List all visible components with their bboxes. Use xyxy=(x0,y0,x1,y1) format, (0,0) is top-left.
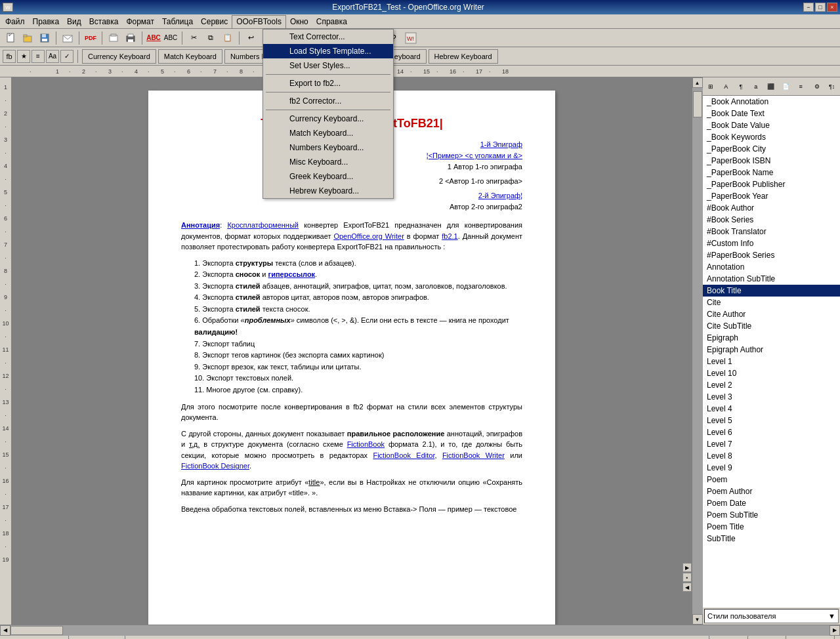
style-item[interactable]: _Book Date Value xyxy=(703,119,840,131)
style-item[interactable]: Epigraph Author xyxy=(703,344,840,356)
style-item[interactable]: Level 7 xyxy=(703,438,840,450)
style-item[interactable]: Poem xyxy=(703,474,840,485)
style-item[interactable]: Poem Date xyxy=(703,497,840,509)
style-item[interactable]: _PaperBook Publisher xyxy=(703,178,840,190)
style-item[interactable]: #PaperBook Series xyxy=(703,249,840,261)
styles-tb-format[interactable]: ¶↕ xyxy=(825,79,839,94)
styles-tb-settings[interactable]: ⚙ xyxy=(810,79,824,94)
style-item[interactable]: Level 8 xyxy=(703,450,840,462)
print-button[interactable] xyxy=(123,31,138,45)
menu-hebrew-keyboard[interactable]: Hebrew Keyboard... xyxy=(263,184,393,198)
style-item[interactable]: _Book Date Text xyxy=(703,108,840,119)
cut-button[interactable]: ✂ xyxy=(186,31,201,45)
style-item[interactable]: Poem Title xyxy=(703,521,840,533)
menu-numbers-keyboard[interactable]: Numbers Keyboard... xyxy=(263,140,393,155)
menu-ooofbtools[interactable]: OOoFBTools xyxy=(232,15,286,28)
style-item[interactable]: Cite SubTitle xyxy=(703,320,840,332)
style-item[interactable]: Epigraph xyxy=(703,332,840,344)
open-button[interactable] xyxy=(20,31,35,45)
styles-tb-btn7[interactable]: ≡ xyxy=(794,79,808,94)
undo-button[interactable]: ↩ xyxy=(243,31,259,45)
menu-match-keyboard[interactable]: Match Keyboard... xyxy=(263,126,393,140)
autocorrect-button[interactable]: ABC xyxy=(163,31,178,45)
writer-ext-button[interactable]: W! xyxy=(403,31,419,45)
match-keyboard-button[interactable]: Match Keyboard xyxy=(158,49,222,64)
style-item[interactable]: _PaperBook Year xyxy=(703,190,840,202)
styles-tb-btn4[interactable]: a xyxy=(749,79,763,94)
menu-export-fb2[interactable]: Export to fb2... xyxy=(263,76,393,91)
style-item[interactable]: Book Title xyxy=(703,285,840,297)
scroll-track[interactable] xyxy=(692,88,703,614)
scroll-down-button[interactable]: ▼ xyxy=(692,614,703,625)
copy-button[interactable]: ⧉ xyxy=(203,31,219,45)
style-item[interactable]: Annotation SubTitle xyxy=(703,273,840,285)
scroll-left-button[interactable]: ◀ xyxy=(0,625,10,636)
menu-service[interactable]: Сервис xyxy=(197,15,232,28)
menu-view[interactable]: Вид xyxy=(63,15,85,28)
menu-load-styles[interactable]: Load Styles Template... xyxy=(263,44,393,58)
styles-tb-btn1[interactable]: ⊞ xyxy=(704,79,718,94)
menu-text-corrector[interactable]: Text Corrector... xyxy=(263,30,393,44)
style-item[interactable]: Poem SubTitle xyxy=(703,509,840,521)
style-item[interactable]: Annotation xyxy=(703,261,840,273)
style-item[interactable]: _PaperBook ISBN xyxy=(703,155,840,167)
style-item[interactable]: Level 10 xyxy=(703,367,840,379)
spellcheck-button[interactable]: ABC xyxy=(146,31,161,45)
style-item[interactable]: #Book Series xyxy=(703,214,840,226)
style-item[interactable]: #Book Author xyxy=(703,202,840,214)
hebrew-keyboard-button[interactable]: Hebrew Keyboard xyxy=(429,49,498,64)
menu-set-user-styles[interactable]: Set User Styles... xyxy=(263,58,393,73)
styles-tb-btn3[interactable]: ¶ xyxy=(734,79,748,94)
style-item[interactable]: Cite xyxy=(703,297,840,308)
styles-tb-btn6[interactable]: 📄 xyxy=(779,79,793,94)
menu-misc-keyboard[interactable]: Misc Keyboard... xyxy=(263,155,393,169)
style-item[interactable]: _Book Keywords xyxy=(703,131,840,143)
scroll-right-btn2[interactable]: ▪ xyxy=(682,573,692,582)
style-item[interactable]: Cite Author xyxy=(703,308,840,320)
print-preview-button[interactable] xyxy=(106,31,121,45)
style-item[interactable]: Level 9 xyxy=(703,462,840,474)
style-item[interactable]: Level 5 xyxy=(703,415,840,426)
menu-greek-keyboard[interactable]: Greek Keyboard... xyxy=(263,169,393,184)
menu-help[interactable]: Справка xyxy=(312,15,351,28)
menu-fb2-corrector[interactable]: fb2 Corrector... xyxy=(263,94,393,108)
menu-window[interactable]: Окно xyxy=(286,15,312,28)
currency-keyboard-button[interactable]: Currency Keyboard xyxy=(82,49,156,64)
save-button[interactable] xyxy=(37,31,52,45)
menu-currency-keyboard[interactable]: Currency Keyboard... xyxy=(263,112,393,126)
h-scroll-track[interactable] xyxy=(10,625,830,636)
pdf-export-button[interactable]: PDF xyxy=(83,31,98,45)
style-item[interactable]: _PaperBook Name xyxy=(703,167,840,178)
scroll-thumb[interactable] xyxy=(693,91,702,117)
styles-dropdown[interactable]: Стили пользователя ▼ xyxy=(704,609,839,623)
styles-tb-btn2[interactable]: A xyxy=(719,79,733,94)
scroll-right-button[interactable]: ▶ xyxy=(830,625,840,636)
style-item[interactable]: Level 3 xyxy=(703,391,840,403)
style-item[interactable]: Level 6 xyxy=(703,426,840,438)
menu-file[interactable]: Файл xyxy=(1,15,29,28)
style-item[interactable]: #Custom Info xyxy=(703,237,840,249)
scroll-right-btn3[interactable]: ◀ xyxy=(682,583,692,592)
menu-edit[interactable]: Правка xyxy=(29,15,64,28)
style-item[interactable]: _Book Annotation xyxy=(703,96,840,108)
new-button[interactable] xyxy=(3,31,18,45)
style-item[interactable]: Level 4 xyxy=(703,403,840,415)
email-button[interactable] xyxy=(60,31,75,45)
style-item[interactable]: _PaperBook City xyxy=(703,143,840,155)
styles-list[interactable]: _Book Annotation_Book Date Text_Book Dat… xyxy=(703,96,840,608)
minimize-button[interactable]: − xyxy=(803,3,814,12)
styles-tb-btn5[interactable]: ⬛ xyxy=(764,79,778,94)
style-item[interactable]: #Book Translator xyxy=(703,226,840,237)
style-item[interactable]: Level 2 xyxy=(703,379,840,391)
style-item[interactable]: Level 1 xyxy=(703,356,840,367)
maximize-button[interactable]: □ xyxy=(815,3,826,12)
menu-table[interactable]: Таблица xyxy=(158,15,197,28)
menu-format[interactable]: Формат xyxy=(122,15,158,28)
close-button[interactable]: × xyxy=(827,3,837,12)
menu-insert[interactable]: Вставка xyxy=(85,15,123,28)
paste-button[interactable]: 📋 xyxy=(220,31,236,45)
style-item[interactable]: SubTitle xyxy=(703,533,840,545)
style-item[interactable]: Poem Author xyxy=(703,485,840,497)
scroll-right-btn1[interactable]: ▶ xyxy=(682,563,692,572)
h-scroll-thumb[interactable] xyxy=(10,626,63,635)
